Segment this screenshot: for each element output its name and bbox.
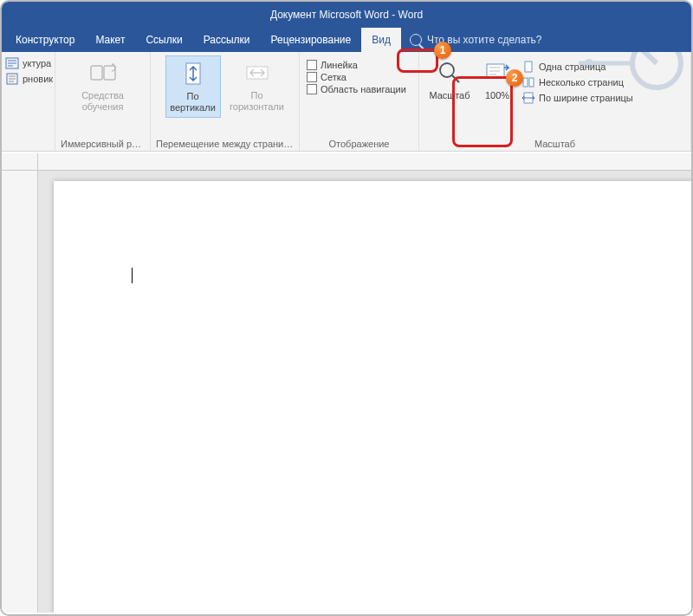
vertical-pages-icon (179, 60, 207, 88)
tab-vid[interactable]: Вид (361, 28, 401, 52)
ruler-checkbox[interactable]: Линейка (305, 59, 408, 71)
tab-recenzirovanie[interactable]: Рецензирование (261, 28, 362, 52)
document-page[interactable] (54, 181, 691, 613)
zoom-button[interactable]: Масштаб (424, 55, 475, 105)
horizontal-pages-icon (243, 59, 271, 87)
checkbox-icon (307, 60, 317, 70)
svg-rect-21 (523, 78, 528, 87)
vertical-ruler[interactable] (2, 171, 38, 613)
svg-line-15 (452, 75, 459, 82)
page-width-button[interactable]: По ширине страницы (520, 90, 635, 106)
zoom-100-button[interactable]: 100% (478, 55, 516, 105)
ribbon: уктура рновик Средства обучения (2, 52, 691, 152)
view-draft[interactable]: рновик (3, 71, 55, 87)
zoom-100-icon (483, 59, 511, 87)
ribbon-tabs: Конструктор Макет Ссылки Рассылки Реценз… (2, 28, 691, 52)
window-title: Документ Microsoft Word - Word (270, 9, 423, 21)
navigation-pane-checkbox[interactable]: Область навигации (305, 83, 408, 95)
page-width-icon (521, 91, 535, 105)
horizontal-pages-button[interactable]: По горизонтали (230, 55, 285, 116)
draft-icon (5, 72, 19, 86)
group-show-label: Отображение (305, 137, 413, 149)
one-page-button[interactable]: Одна страница (520, 59, 635, 75)
view-outline[interactable]: уктура (3, 55, 55, 71)
svg-rect-10 (91, 66, 102, 80)
svg-rect-20 (525, 62, 532, 72)
group-page-movement-label: Перемещение между страницами (156, 137, 294, 149)
lightbulb-icon (410, 34, 422, 46)
group-immersive-label: Иммерсивный ре... (61, 137, 145, 149)
vertical-pages-button[interactable]: По вертикали (165, 55, 221, 118)
one-page-icon (521, 60, 535, 74)
gridlines-checkbox[interactable]: Сетка (305, 71, 408, 83)
document-area (2, 153, 691, 613)
group-zoom-label: Масштаб (424, 137, 685, 149)
group-views-label (3, 137, 49, 149)
learning-tools-icon (89, 59, 117, 87)
tell-me-placeholder: Что вы хотите сделать? (427, 34, 542, 46)
learning-tools-button[interactable]: Средства обучения (75, 55, 131, 116)
checkbox-icon (307, 84, 317, 94)
multiple-pages-button[interactable]: Несколько страниц (520, 75, 635, 90)
horizontal-ruler[interactable] (38, 153, 691, 171)
page-scroll-area[interactable] (38, 171, 691, 613)
multiple-pages-icon (521, 75, 535, 89)
tab-rassylki[interactable]: Рассылки (193, 28, 261, 52)
title-bar: Документ Microsoft Word - Word (2, 2, 691, 28)
tab-ssylki[interactable]: Ссылки (135, 28, 192, 52)
checkbox-icon (307, 72, 317, 82)
tab-maket[interactable]: Макет (85, 28, 135, 52)
outline-icon (5, 56, 19, 70)
svg-rect-11 (104, 66, 115, 80)
svg-point-14 (440, 63, 454, 77)
tell-me-search[interactable]: Что вы хотите сделать? (401, 28, 551, 52)
text-cursor (132, 268, 133, 283)
tab-konstruktor[interactable]: Конструктор (5, 28, 85, 52)
ruler-corner (2, 153, 38, 171)
svg-rect-22 (529, 78, 534, 87)
magnifier-icon (436, 59, 463, 87)
